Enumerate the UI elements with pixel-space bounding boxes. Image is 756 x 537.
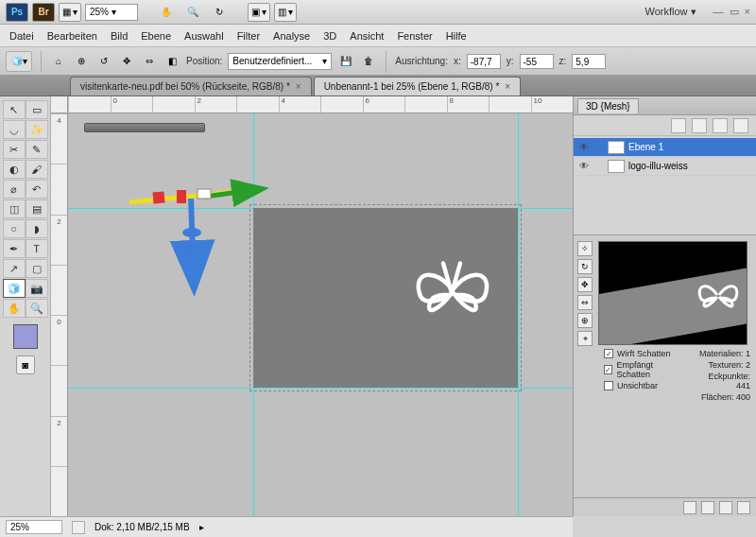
zoom-icon[interactable]: 🔍 [181, 3, 204, 22]
home-icon[interactable]: ⌂ [50, 53, 67, 70]
tab-visitenkarte[interactable]: visitenkarte-neu.pdf bei 50% (Rückseite,… [70, 77, 312, 95]
pv-tool-2[interactable]: ↻ [577, 259, 593, 274]
z-input[interactable]: 5,9 [572, 54, 606, 69]
y-label: y: [507, 56, 514, 66]
footer-btn[interactable] [719, 501, 732, 514]
3d-preview[interactable] [598, 241, 747, 345]
blur-tool[interactable]: ○ [3, 219, 26, 238]
pv-tool-5[interactable]: ⊕ [577, 313, 593, 328]
layer-row[interactable]: 👁 logo-illu-weiss [574, 157, 756, 176]
pv-tool-6[interactable]: ⌖ [577, 331, 593, 346]
rotate-icon[interactable]: ↻ [208, 3, 231, 22]
minimize-icon[interactable]: — [713, 6, 724, 18]
canvas-viewport[interactable] [68, 113, 573, 516]
footer-btn[interactable] [683, 501, 696, 514]
foreground-swatch[interactable] [13, 324, 38, 349]
film-icon[interactable]: ▦ ▾ [59, 3, 81, 22]
ruler-horizontal[interactable]: 0246810 [68, 96, 573, 113]
footer-btn[interactable] [701, 501, 714, 514]
menu-ansicht[interactable]: Ansicht [350, 30, 384, 42]
menu-analyse[interactable]: Analyse [273, 30, 310, 42]
tab-close-icon[interactable]: × [505, 81, 510, 92]
gradient-tool[interactable]: ▤ [26, 199, 48, 218]
ruler-vertical[interactable]: 4202 [51, 113, 68, 516]
butterfly-preview-icon [694, 272, 741, 320]
status-zoom[interactable]: 25% [6, 520, 62, 534]
history-tool[interactable]: ↶ [26, 180, 48, 199]
menu-filter[interactable]: Filter [237, 30, 260, 42]
stamp-tool[interactable]: ⌀ [3, 180, 26, 199]
chk-wirft[interactable]: ✓ [604, 349, 613, 358]
eraser-tool[interactable]: ◫ [3, 199, 26, 218]
mat-label: Materialien: [699, 349, 744, 358]
dodge-tool[interactable]: ◗ [26, 219, 48, 238]
filter-mesh-icon[interactable] [692, 118, 707, 133]
footer-btn[interactable] [737, 501, 750, 514]
menu-fenster[interactable]: Fenster [397, 30, 432, 42]
y-input[interactable]: -55 [520, 54, 554, 69]
artboard-tool[interactable]: ▭ [26, 100, 48, 119]
br-icon[interactable]: Br [32, 3, 55, 22]
pen-tool[interactable]: ✒ [3, 239, 26, 258]
current-tool-icon[interactable]: 🧊▾ [6, 51, 32, 72]
menu-ebene[interactable]: Ebene [141, 30, 171, 42]
workflow-menu[interactable]: Workflow ▾ [641, 6, 699, 18]
heal-tool[interactable]: ◐ [3, 160, 26, 179]
3d-gizmo[interactable] [111, 176, 271, 308]
tab-unbenannt[interactable]: Unbenannt-1 bei 25% (Ebene 1, RGB/8) * × [314, 77, 522, 95]
lasso-tool[interactable]: ◡ [3, 120, 26, 139]
filter-material-icon[interactable] [713, 118, 728, 133]
crop-tool[interactable]: ✂ [3, 140, 26, 159]
artwork[interactable] [253, 208, 518, 388]
wand-tool[interactable]: ✨ [26, 120, 48, 139]
eyedropper-tool[interactable]: ✎ [26, 140, 48, 159]
move-tool[interactable]: ↖ [3, 100, 26, 119]
menu-datei[interactable]: Datei [9, 30, 34, 42]
chk-unsichtbar[interactable] [604, 381, 613, 390]
pv-tool-3[interactable]: ✥ [577, 277, 593, 292]
3d-slider[interactable] [84, 123, 205, 132]
3d-tool[interactable]: 🧊 [3, 279, 26, 298]
menu-3d[interactable]: 3D [323, 30, 336, 42]
roll-icon[interactable]: ↺ [95, 53, 112, 70]
filter-light-icon[interactable] [733, 118, 748, 133]
arrange-icon[interactable]: ▥ ▾ [274, 3, 297, 22]
pv-tool-1[interactable]: ✧ [577, 241, 593, 256]
filter-scene-icon[interactable] [671, 118, 686, 133]
chk-empfaengt[interactable]: ✓ [604, 365, 612, 374]
orbit-icon[interactable]: ⊕ [73, 53, 90, 70]
save-icon[interactable]: 💾 [337, 53, 354, 70]
screen-mode-icon[interactable]: ▣ ▾ [248, 3, 270, 22]
nav-left-icon[interactable] [72, 521, 85, 534]
shape-tool[interactable]: ▢ [26, 259, 48, 278]
status-chevron-icon[interactable]: ▸ [199, 522, 204, 532]
quickmask-icon[interactable]: ◙ [16, 355, 35, 374]
x-input[interactable]: -87,7 [467, 54, 501, 69]
ps-icon[interactable]: Ps [6, 3, 28, 22]
brush-tool[interactable]: 🖌 [26, 160, 48, 179]
path-tool[interactable]: ↗ [3, 259, 26, 278]
layer-row[interactable]: 👁 Ebene 1 [574, 138, 756, 157]
panel-tab-3d[interactable]: 3D {Mesh} [577, 98, 639, 113]
cube-icon[interactable]: ◧ [163, 53, 180, 70]
maximize-icon[interactable]: ▭ [730, 6, 739, 18]
menu-auswahl[interactable]: Auswahl [184, 30, 224, 42]
camera-tool[interactable]: 📷 [26, 279, 48, 298]
zoom-select[interactable]: 25% ▾ [85, 4, 138, 21]
type-tool[interactable]: T [26, 239, 48, 258]
pv-tool-4[interactable]: ⇔ [577, 295, 593, 310]
hand-icon[interactable]: ✋ [155, 3, 178, 22]
visibility-icon[interactable]: 👁 [577, 141, 591, 154]
walk-icon[interactable]: ⇔ [141, 53, 158, 70]
position-field[interactable]: Benutzerdefiniert...▾ [228, 53, 332, 70]
zoom-tool[interactable]: 🔍 [26, 299, 48, 318]
hand-tool[interactable]: ✋ [3, 299, 26, 318]
visibility-icon[interactable]: 👁 [577, 160, 591, 173]
menu-hilfe[interactable]: Hilfe [446, 30, 467, 42]
close-icon[interactable]: × [745, 6, 750, 18]
trash-icon[interactable]: 🗑 [360, 53, 377, 70]
menu-bild[interactable]: Bild [111, 30, 128, 42]
tab-close-icon[interactable]: × [296, 81, 301, 92]
menu-bearbeiten[interactable]: Bearbeiten [47, 30, 97, 42]
pan-icon[interactable]: ✥ [118, 53, 135, 70]
